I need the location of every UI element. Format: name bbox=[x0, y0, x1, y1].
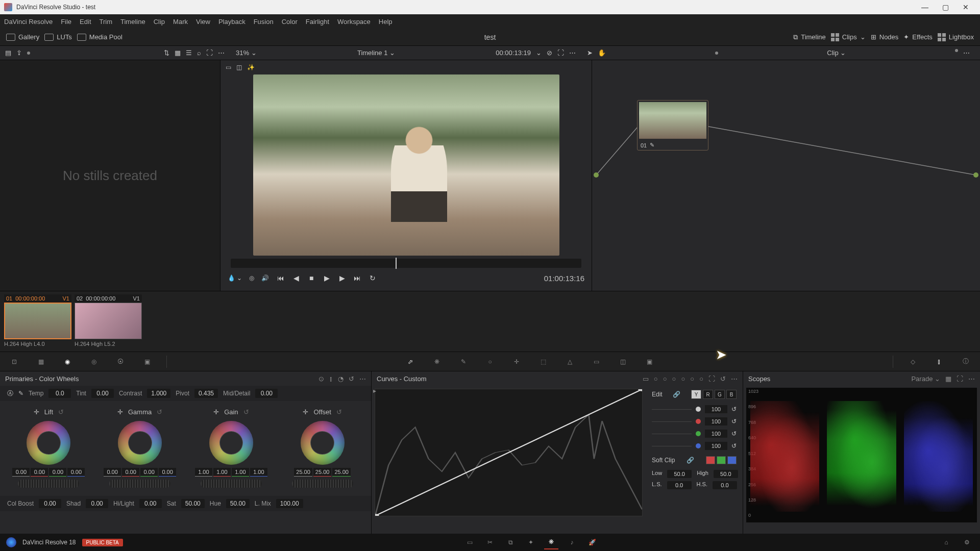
wheel-picker-icon[interactable]: ✛ bbox=[213, 408, 219, 416]
maximize-button[interactable]: ▢ bbox=[935, 0, 955, 14]
motion-effects-icon[interactable]: ▣ bbox=[140, 355, 154, 369]
pick-wb-icon[interactable]: ✎ bbox=[18, 390, 23, 397]
clip-thumbnail[interactable]: 0100:00:00:00V1 H.264 High L4.0 bbox=[4, 294, 71, 348]
link-icon[interactable]: 🔗 bbox=[673, 391, 680, 398]
first-frame-button[interactable]: ⏮ bbox=[276, 273, 285, 283]
color-page-button[interactable]: ❋ bbox=[544, 535, 558, 549]
channel-y-button[interactable]: Y bbox=[691, 390, 701, 399]
green-intensity[interactable]: 100 bbox=[705, 430, 727, 438]
color-node[interactable]: 01✎ bbox=[637, 100, 708, 151]
cut-page-button[interactable]: ✂ bbox=[483, 535, 497, 549]
hue-sat-icon[interactable]: ○ bbox=[663, 375, 667, 383]
eyedropper-icon[interactable]: 💧 ⌄ bbox=[228, 274, 242, 282]
source-timecode[interactable]: 00:00:13:19 bbox=[496, 49, 531, 57]
clips-toggle[interactable]: Clips⌄ bbox=[831, 33, 866, 41]
sc-green[interactable] bbox=[717, 456, 726, 464]
arrow-tool[interactable]: ➤ bbox=[587, 49, 593, 57]
qualifier-icon[interactable]: ✎ bbox=[456, 355, 471, 369]
reset-icon[interactable]: ↺ bbox=[243, 408, 249, 416]
more-icon[interactable]: ⋯ bbox=[569, 49, 576, 57]
color-wheel[interactable] bbox=[209, 421, 253, 465]
wheel-values[interactable]: 0.000.000.000.00 bbox=[3, 468, 94, 477]
gallery-export-icon[interactable]: ⇪ bbox=[16, 49, 22, 57]
pivot-value[interactable]: 0.435 bbox=[194, 389, 218, 398]
more-icon[interactable]: ⋯ bbox=[359, 375, 366, 383]
key-icon[interactable]: ▭ bbox=[589, 355, 603, 369]
fairlight-page-button[interactable]: ♪ bbox=[565, 535, 579, 549]
nodes-toggle[interactable]: ⊞Nodes bbox=[871, 33, 899, 41]
reset-icon[interactable]: ↺ bbox=[336, 408, 342, 416]
channel-r-button[interactable]: R bbox=[703, 390, 713, 399]
sizing-icon[interactable]: ◫ bbox=[616, 355, 630, 369]
curve-graph[interactable]: ▸ bbox=[375, 389, 643, 516]
list-view-icon[interactable]: ☰ bbox=[186, 49, 192, 57]
more-icon[interactable]: ⋯ bbox=[963, 49, 970, 57]
wheel-values[interactable]: 0.000.000.000.00 bbox=[94, 468, 186, 477]
reset-icon[interactable]: ↺ bbox=[731, 418, 737, 425]
color-wheel[interactable] bbox=[301, 421, 345, 465]
next-frame-button[interactable]: ▶ bbox=[337, 273, 347, 283]
stop-button[interactable]: ■ bbox=[307, 273, 316, 283]
blur-icon[interactable]: △ bbox=[562, 355, 577, 369]
mediapool-toggle[interactable]: Media Pool bbox=[77, 33, 122, 41]
wheel-picker-icon[interactable]: ✛ bbox=[34, 408, 39, 416]
sc-red[interactable] bbox=[706, 456, 715, 464]
fusion-page-button[interactable]: ✦ bbox=[524, 535, 538, 549]
reset-icon[interactable]: ↺ bbox=[731, 442, 737, 449]
blue-intensity[interactable]: 100 bbox=[705, 442, 727, 450]
jog-wheel[interactable] bbox=[292, 480, 353, 488]
bypass-icon[interactable]: ⊘ bbox=[547, 49, 552, 57]
sc-hs[interactable]: 0.0 bbox=[713, 481, 737, 489]
window-icon[interactable]: ○ bbox=[483, 355, 497, 369]
hue-hue-icon[interactable]: ○ bbox=[654, 375, 658, 383]
lum-sat-icon[interactable]: ○ bbox=[681, 375, 685, 383]
node-editor[interactable]: 01✎ bbox=[592, 60, 980, 291]
3d-icon[interactable]: ▣ bbox=[642, 355, 656, 369]
hdr-wheels-icon[interactable]: ◎ bbox=[87, 355, 101, 369]
clip-thumbnail[interactable]: 0200:00:00:00V1 H.264 High L5.2 bbox=[75, 294, 142, 348]
viewer-scrubber[interactable] bbox=[231, 259, 581, 268]
color-warper-icon[interactable]: ❋ bbox=[430, 355, 444, 369]
lum-intensity[interactable]: 100 bbox=[705, 405, 727, 413]
sat-lum-icon[interactable]: ○ bbox=[699, 375, 703, 383]
menu-file[interactable]: File bbox=[61, 18, 71, 26]
custom-curve-icon[interactable]: ▭ bbox=[643, 375, 649, 383]
color-wheel[interactable] bbox=[118, 421, 162, 465]
prev-frame-button[interactable]: ◀ bbox=[291, 273, 301, 283]
sc-blue[interactable] bbox=[727, 456, 737, 464]
link-icon[interactable]: 🔗 bbox=[687, 457, 694, 464]
red-intensity[interactable]: 100 bbox=[705, 417, 727, 425]
scopes-icon[interactable]: ⫿ bbox=[932, 355, 946, 369]
reset-icon[interactable]: ↺ bbox=[349, 375, 354, 383]
temp-value[interactable]: 0.0 bbox=[48, 389, 71, 398]
reset-icon[interactable]: ↺ bbox=[720, 375, 726, 383]
contrast-value[interactable]: 1.000 bbox=[147, 389, 170, 398]
hand-tool[interactable]: ✋ bbox=[598, 49, 606, 57]
jog-wheel[interactable] bbox=[18, 480, 79, 488]
mid-detail-value[interactable]: 0.00 bbox=[255, 389, 278, 398]
settings-button[interactable]: ⚙ bbox=[960, 535, 974, 549]
timeline-toggle[interactable]: ⧉Timeline bbox=[793, 33, 826, 41]
menu-edit[interactable]: Edit bbox=[80, 18, 91, 26]
wheel-values[interactable]: 25.0025.0025.00 bbox=[277, 468, 368, 477]
expand-icon[interactable]: ⛶ bbox=[206, 49, 213, 57]
bars-mode-icon[interactable]: ⫿ bbox=[329, 375, 333, 383]
hue-value[interactable]: 50.00 bbox=[226, 499, 250, 508]
more-icon[interactable]: ⋯ bbox=[968, 375, 975, 383]
menu-mark[interactable]: Mark bbox=[173, 18, 188, 26]
curves-icon[interactable]: ⬀ bbox=[403, 355, 418, 369]
scope-mode-dropdown[interactable]: Parade ⌄ bbox=[911, 375, 940, 383]
menu-fusion[interactable]: Fusion bbox=[254, 18, 274, 26]
shad-value[interactable]: 0.00 bbox=[86, 499, 108, 508]
color-match-icon[interactable]: ▦ bbox=[34, 355, 48, 369]
unmix-icon[interactable]: ◎ bbox=[249, 274, 254, 282]
magic-mask-icon[interactable]: ⬚ bbox=[536, 355, 550, 369]
keyframe-icon[interactable]: ◇ bbox=[905, 355, 920, 369]
camera-raw-icon[interactable]: ⊡ bbox=[7, 355, 21, 369]
viewer-image[interactable] bbox=[253, 74, 559, 256]
spline-handle-icon[interactable]: ▸ bbox=[373, 387, 376, 394]
menu-playback[interactable]: Playback bbox=[218, 18, 246, 26]
log-mode-icon[interactable]: ◔ bbox=[338, 375, 344, 383]
reset-icon[interactable]: ↺ bbox=[157, 408, 162, 416]
reset-icon[interactable]: ↺ bbox=[58, 408, 64, 416]
